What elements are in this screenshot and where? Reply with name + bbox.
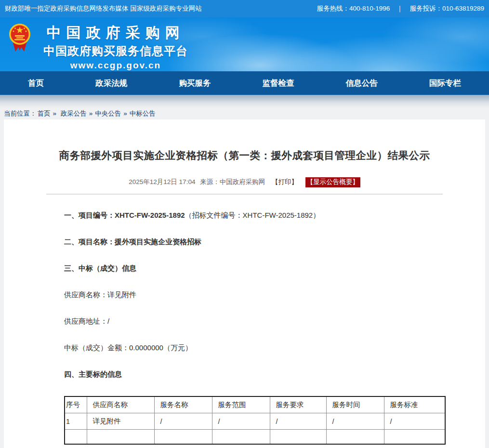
table-cell: 1: [65, 413, 87, 430]
site-name[interactable]: 中国政府采购网: [36, 23, 196, 43]
section-main-subject-info: 四、主要标的信息: [64, 369, 485, 379]
table-cell: /: [154, 413, 212, 430]
service-complaint: 服务投诉：010-63819289: [410, 4, 484, 13]
content-panel: 商务部援外项目实施企业资格招标（第一类：援外成套项目管理企业）结果公示 2025…: [4, 119, 485, 448]
table-header-cell: 服务标准: [384, 396, 445, 413]
award-amount: 中标（成交）金额：0.0000000（万元）: [64, 343, 485, 353]
site-url[interactable]: www.ccgp.gov.cn: [36, 60, 196, 71]
supplier-address: 供应商地址：/: [64, 316, 485, 326]
table-cell: /: [212, 413, 270, 430]
source-label: 来源：中国政府采购网: [200, 178, 265, 185]
site-subtitle: 中国政府购买服务信息平台: [36, 43, 196, 59]
supplier-name: 供应商名称：详见附件: [64, 290, 485, 300]
table-header-cell: 供应商名称: [87, 396, 154, 413]
section-project-name: 二、项目名称：援外项目实施企业资格招标: [64, 237, 485, 247]
nav-shadow-gradient: [0, 95, 489, 108]
print-button[interactable]: 【打印】: [272, 178, 298, 185]
breadcrumb-home[interactable]: 首页: [38, 110, 51, 117]
nav-item-announcements[interactable]: 信息公告: [346, 78, 378, 89]
topbar: 财政部唯一指定政府采购信息网络发布媒体 国家级政府采购专业网站 服务热线：400…: [0, 0, 489, 17]
table-header-cell: 服务要求: [270, 396, 326, 413]
table-cell: [154, 430, 212, 444]
section-award-info: 三、中标（成交）信息: [64, 264, 485, 273]
breadcrumb: 当前位置：首页» 政采公告»中央公告»中标公告: [4, 109, 158, 118]
topbar-divider: ｜: [396, 4, 403, 13]
national-emblem-icon: [9, 23, 31, 54]
table-cell: [384, 430, 445, 444]
breadcrumb-procurement-notices[interactable]: 政采公告: [61, 110, 87, 117]
nav-item-international[interactable]: 国际专栏: [429, 78, 461, 89]
table-header-cell: 服务时间: [326, 396, 384, 413]
breadcrumb-award-notices[interactable]: 中标公告: [130, 110, 156, 117]
table-header-row: 序号 供应商名称 服务名称 服务范围 服务要求 服务时间 服务标准: [65, 396, 445, 413]
table-header-cell: 服务范围: [212, 396, 270, 413]
publish-datetime: 2025年12月12日 17:04: [129, 178, 195, 185]
site-banner: 中国政府采购网 中国政府购买服务信息平台 www.ccgp.gov.cn: [0, 17, 489, 71]
breadcrumb-central-notices[interactable]: 中央公告: [95, 110, 121, 117]
article-body: 一、项目编号：XHTC-FW-2025-1892（招标文件编号：XHTC-FW-…: [64, 211, 485, 445]
table-cell: 详见附件: [87, 413, 154, 430]
table-cell: [87, 430, 154, 444]
nav-item-buy-services[interactable]: 购买服务: [179, 78, 211, 89]
service-hotline: 服务热线：400-810-1996: [317, 4, 390, 13]
table-cell: /: [270, 413, 326, 430]
table-cell: [65, 430, 87, 444]
bid-items-table: 序号 供应商名称 服务名称 服务范围 服务要求 服务时间 服务标准 1 详见附件…: [64, 396, 446, 445]
table-header-cell: 序号: [65, 396, 87, 413]
table-cell: [326, 430, 384, 444]
table-row: 1 详见附件 / / / / /: [65, 413, 445, 430]
breadcrumb-separator: »: [123, 110, 127, 117]
show-summary-button[interactable]: 【显示公告概要】: [305, 177, 360, 187]
section-project-number: 一、项目编号：XHTC-FW-2025-1892（招标文件编号：XHTC-FW-…: [64, 211, 485, 220]
breadcrumb-separator: »: [89, 110, 93, 117]
main-nav: 首页 政采法规 购买服务 监督检查 信息公告 国际专栏: [0, 71, 489, 95]
table-cell: [212, 430, 270, 444]
table-cell: [270, 430, 326, 444]
topbar-slogan: 财政部唯一指定政府采购信息网络发布媒体 国家级政府采购专业网站: [5, 4, 202, 13]
article-meta: 2025年12月12日 17:04 来源：中国政府采购网 【打印】 【显示公告概…: [4, 177, 485, 187]
nav-item-regulations[interactable]: 政采法规: [95, 78, 127, 89]
table-header-cell: 服务名称: [154, 396, 212, 413]
nav-item-home[interactable]: 首页: [28, 78, 44, 89]
breadcrumb-separator: »: [53, 110, 57, 117]
page-title: 商务部援外项目实施企业资格招标（第一类：援外成套项目管理企业）结果公示: [18, 148, 471, 162]
breadcrumb-prefix: 当前位置：: [4, 110, 37, 117]
table-row: [65, 430, 445, 444]
meta-divider: [46, 194, 443, 195]
nav-item-supervision[interactable]: 监督检查: [263, 78, 294, 89]
table-cell: /: [384, 413, 445, 430]
table-cell: /: [326, 413, 384, 430]
